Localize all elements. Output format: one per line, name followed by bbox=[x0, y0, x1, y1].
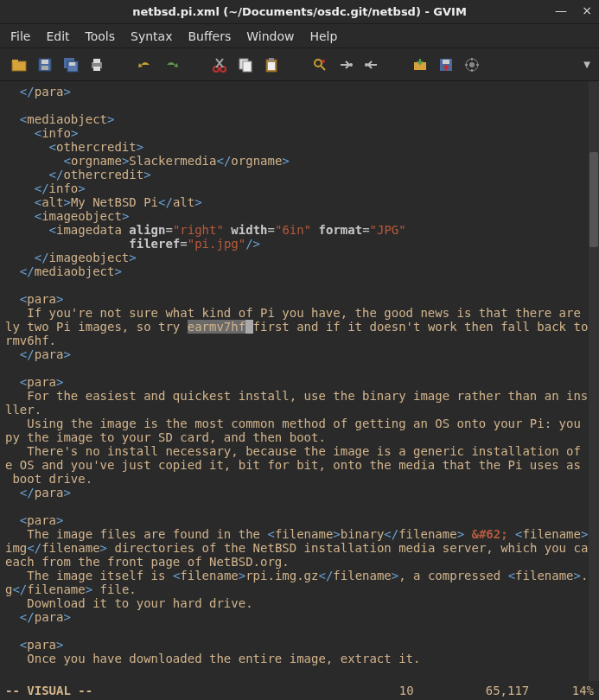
svg-point-20 bbox=[315, 60, 322, 67]
open-icon[interactable] bbox=[10, 56, 28, 73]
svg-rect-0 bbox=[12, 61, 26, 71]
svg-rect-3 bbox=[41, 60, 48, 64]
svg-rect-18 bbox=[269, 58, 274, 61]
svg-rect-33 bbox=[476, 64, 479, 66]
paste-icon[interactable] bbox=[263, 56, 280, 73]
session-load-icon[interactable] bbox=[411, 56, 429, 73]
svg-rect-9 bbox=[93, 59, 100, 63]
svg-point-24 bbox=[365, 63, 368, 67]
cursor bbox=[245, 320, 252, 334]
run-script-icon[interactable] bbox=[463, 56, 481, 73]
cut-icon[interactable] bbox=[211, 56, 228, 73]
redo-icon[interactable] bbox=[162, 56, 180, 73]
svg-rect-7 bbox=[69, 62, 75, 66]
svg-point-23 bbox=[349, 63, 353, 67]
svg-point-29 bbox=[469, 62, 475, 67]
svg-rect-30 bbox=[471, 58, 473, 60]
svg-rect-32 bbox=[465, 64, 468, 66]
svg-line-21 bbox=[321, 66, 325, 70]
menu-tools[interactable]: Tools bbox=[86, 29, 116, 43]
menu-syntax[interactable]: Syntax bbox=[131, 29, 172, 43]
titlebar: netbsd.pi.xml (~/Documents/osdc.git/netb… bbox=[0, 0, 599, 24]
svg-point-22 bbox=[322, 60, 325, 63]
menu-file[interactable]: File bbox=[10, 29, 30, 43]
menu-window[interactable]: Window bbox=[246, 29, 294, 43]
svg-rect-27 bbox=[443, 60, 449, 64]
svg-rect-31 bbox=[471, 69, 473, 72]
menu-edit[interactable]: Edit bbox=[46, 29, 69, 43]
print-icon[interactable] bbox=[88, 56, 105, 73]
scrollbar[interactable] bbox=[589, 81, 599, 681]
window-title: netbsd.pi.xml (~/Documents/osdc.git/netb… bbox=[132, 5, 467, 18]
menubar: File Edit Tools Syntax Buffers Window He… bbox=[0, 24, 599, 48]
status-percent: 14% bbox=[572, 684, 594, 697]
toolbar: ▼ bbox=[0, 48, 599, 81]
status-mode: -- VISUAL -- bbox=[5, 684, 92, 697]
undo-icon[interactable] bbox=[137, 56, 154, 73]
find-prev-icon[interactable] bbox=[363, 56, 380, 73]
svg-rect-10 bbox=[93, 67, 100, 71]
minimize-icon[interactable]: — bbox=[554, 3, 568, 17]
status-count: 10 bbox=[399, 684, 486, 697]
session-save-icon[interactable] bbox=[437, 56, 455, 73]
status-position: 65,117 bbox=[486, 684, 572, 697]
menu-buffers[interactable]: Buffers bbox=[188, 29, 231, 43]
statusbar: -- VISUAL -- 10 65,117 14% bbox=[0, 681, 599, 700]
scrollbar-thumb[interactable] bbox=[589, 152, 598, 247]
saveall-icon[interactable] bbox=[62, 56, 80, 73]
svg-rect-16 bbox=[243, 61, 252, 72]
svg-rect-1 bbox=[12, 60, 18, 62]
close-icon[interactable]: × bbox=[580, 3, 594, 17]
toolbar-dropdown-icon[interactable]: ▼ bbox=[583, 60, 590, 69]
svg-rect-19 bbox=[268, 62, 275, 70]
menu-help[interactable]: Help bbox=[309, 29, 337, 43]
find-next-icon[interactable] bbox=[337, 56, 354, 73]
svg-rect-4 bbox=[41, 66, 48, 70]
visual-selection: earmv7hf bbox=[188, 320, 245, 334]
window-controls: — × bbox=[554, 3, 594, 17]
copy-icon[interactable] bbox=[237, 56, 254, 73]
editor[interactable]: </para> <mediaobject> <info> <othercredi… bbox=[0, 81, 599, 681]
find-replace-icon[interactable] bbox=[311, 56, 328, 73]
save-icon[interactable] bbox=[36, 56, 54, 73]
